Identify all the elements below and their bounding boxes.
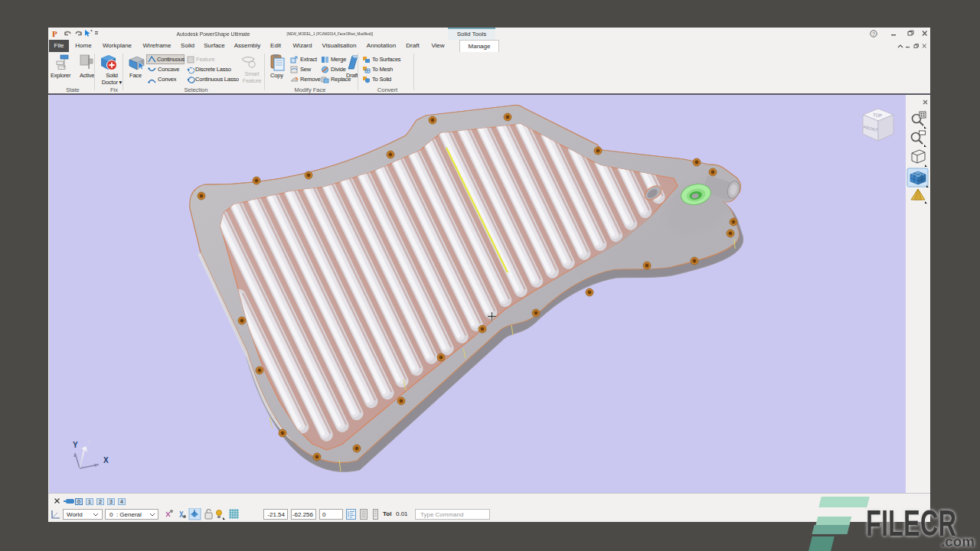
svg-text:?: ? <box>872 31 875 37</box>
svg-text:Y: Y <box>73 441 78 449</box>
svg-text:P: P <box>52 29 57 38</box>
svg-text:X: X <box>103 456 109 465</box>
svg-text:Z: Z <box>87 439 91 446</box>
svg-text:.com: .com <box>941 534 975 549</box>
